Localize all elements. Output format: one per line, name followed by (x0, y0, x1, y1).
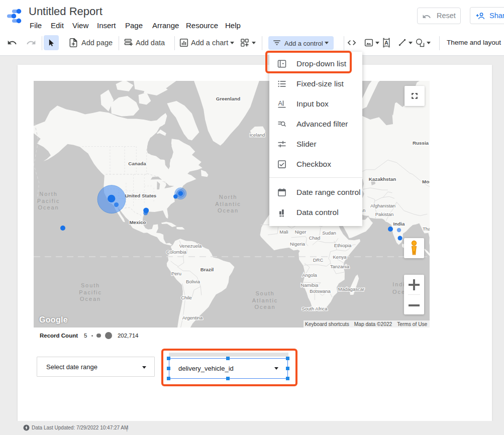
svg-text:Peru: Peru (171, 271, 181, 276)
svg-text:South: South (81, 282, 100, 288)
svg-text:North: North (39, 191, 57, 197)
svg-text:Pacific: Pacific (79, 289, 102, 295)
svg-text:DRC: DRC (313, 257, 324, 263)
svg-text:Chile: Chile (181, 295, 192, 300)
svg-text:Ocean: Ocean (255, 304, 276, 310)
svg-text:Atlantic: Atlantic (252, 297, 278, 303)
svg-text:North: North (219, 194, 237, 200)
svg-text:Chad: Chad (309, 235, 321, 241)
svg-text:India: India (393, 221, 405, 227)
svg-text:Afghanistan: Afghanistan (370, 203, 395, 208)
svg-text:Madagascar: Madagascar (338, 286, 364, 292)
svg-text:Bolivia: Bolivia (186, 279, 200, 284)
svg-text:Niger: Niger (295, 229, 307, 235)
svg-text:Thailand: Thailand (423, 226, 430, 232)
svg-text:Argentina: Argentina (182, 315, 203, 320)
svg-text:Mali: Mali (279, 229, 288, 235)
svg-text:Tanzania: Tanzania (330, 264, 350, 269)
svg-text:Mexico: Mexico (129, 220, 146, 225)
svg-text:Ethiopia: Ethiopia (334, 243, 352, 248)
svg-text:A: A (278, 100, 282, 107)
svg-text:Colombia: Colombia (166, 249, 187, 255)
svg-text:Kenya: Kenya (333, 254, 347, 260)
svg-text:Iceland: Iceland (250, 132, 265, 138)
svg-text:Ocean: Ocean (218, 207, 239, 213)
svg-text:Namibia: Namibia (301, 282, 319, 288)
svg-text:Brazil: Brazil (200, 267, 214, 272)
svg-text:Nigeria: Nigeria (290, 241, 306, 247)
svg-text:South Africa: South Africa (301, 306, 328, 311)
svg-text:Venezuela: Venezuela (179, 243, 202, 249)
svg-text:Greenland: Greenland (216, 96, 240, 101)
svg-text:United States: United States (125, 193, 157, 198)
svg-text:Kazakhstan: Kazakhstan (369, 176, 396, 182)
svg-text:Botswana: Botswana (310, 288, 331, 294)
svg-text:Mongolia: Mongolia (422, 179, 430, 184)
svg-text:South: South (255, 290, 274, 296)
svg-text:Russia: Russia (413, 140, 429, 146)
svg-text:Sudan: Sudan (322, 230, 336, 236)
svg-text:Ocean: Ocean (80, 296, 101, 302)
svg-text:Pacific: Pacific (37, 198, 60, 204)
svg-text:Angola: Angola (302, 272, 317, 278)
svg-text:Atlantic: Atlantic (215, 201, 241, 207)
svg-text:Ocean: Ocean (38, 204, 59, 210)
svg-text:Canada: Canada (128, 161, 146, 166)
svg-text:Pakistan: Pakistan (375, 211, 393, 217)
